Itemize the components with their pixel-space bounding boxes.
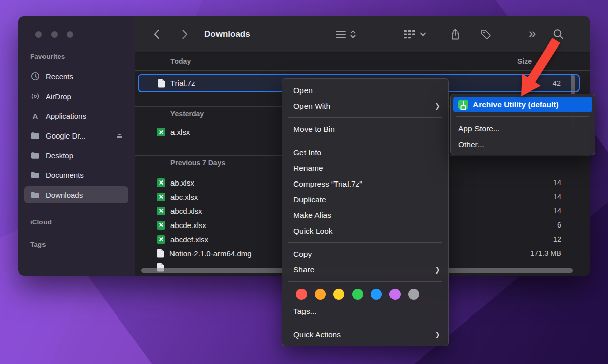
menu-item-quick-actions[interactable]: Quick Actions ❯	[282, 327, 448, 342]
minimize-button[interactable]	[51, 31, 58, 38]
eject-icon[interactable]: ⏏	[117, 132, 125, 139]
airdrop-icon	[30, 92, 40, 101]
sidebar-item-label: Applications	[46, 112, 86, 120]
sidebar-item-google-drive[interactable]: Google Dr... ⏏	[24, 127, 128, 144]
sidebar-item-label: Documents	[46, 171, 84, 179]
list-header: Today Size	[135, 53, 590, 71]
context-menu: Open Open With ❯ Move to Bin Get Info Re…	[282, 78, 449, 346]
archive-file-icon	[158, 79, 165, 88]
sidebar-section-icloud: iCloud	[24, 218, 128, 226]
menu-separator	[288, 117, 442, 118]
chevron-down-icon[interactable]	[420, 32, 426, 36]
excel-file-icon	[157, 178, 165, 187]
toolbar: Downloads »	[135, 16, 590, 53]
tag-purple[interactable]	[389, 289, 401, 300]
sidebar-item-desktop[interactable]: Desktop	[24, 147, 128, 164]
file-size: 12	[553, 235, 561, 243]
toolbar-more-icon[interactable]: »	[529, 27, 536, 42]
excel-file-icon	[157, 193, 165, 201]
file-size: 14	[553, 178, 561, 187]
tag-blue[interactable]	[371, 289, 382, 300]
menu-separator	[288, 281, 442, 282]
file-size: 42	[553, 79, 561, 87]
view-sort-chevrons-icon[interactable]	[350, 29, 356, 39]
sidebar-section-favourites: Favourites	[24, 53, 128, 61]
sidebar-item-downloads[interactable]: Downloads	[24, 186, 128, 203]
menu-item-tags[interactable]: Tags...	[282, 303, 448, 319]
tag-gray[interactable]	[408, 289, 419, 300]
folder-icon	[30, 152, 40, 159]
sidebar-item-airdrop[interactable]: AirDrop	[24, 87, 128, 105]
sidebar-item-documents[interactable]: Documents	[24, 166, 128, 184]
submenu-chevron-icon: ❯	[435, 102, 440, 110]
menu-separator	[288, 141, 442, 141]
dmg-file-icon	[157, 249, 164, 258]
clock-icon	[30, 72, 40, 81]
excel-file-icon	[157, 207, 165, 215]
file-size: 14	[553, 207, 561, 215]
menu-item-open[interactable]: Open	[282, 82, 448, 98]
menu-item-duplicate[interactable]: Duplicate	[282, 192, 448, 207]
menu-item-rename[interactable]: Rename	[282, 160, 448, 176]
menu-item-copy[interactable]: Copy	[282, 246, 448, 262]
zoom-button[interactable]	[67, 31, 73, 38]
excel-file-icon	[157, 221, 165, 230]
traffic-lights	[35, 31, 73, 38]
sidebar-section-tags: Tags	[24, 241, 128, 249]
applications-icon: A	[30, 112, 40, 120]
excel-file-icon	[157, 128, 165, 136]
menu-item-move-to-bin[interactable]: Move to Bin	[282, 121, 448, 137]
tag-red[interactable]	[296, 289, 307, 300]
group-by-icon[interactable]	[403, 29, 416, 39]
tag-orange[interactable]	[315, 289, 326, 300]
sidebar-item-label: Desktop	[46, 151, 73, 160]
sidebar-item-label: Downloads	[46, 191, 83, 199]
window-title: Downloads	[204, 29, 250, 39]
folder-icon	[30, 191, 40, 198]
close-button[interactable]	[35, 31, 42, 38]
file-size: 6	[557, 221, 561, 229]
submenu-chevron-icon: ❯	[435, 266, 440, 274]
size-column-header[interactable]: Size	[517, 57, 532, 65]
list-view-icon[interactable]	[335, 30, 346, 39]
submenu-chevron-icon: ❯	[435, 331, 440, 338]
excel-file-icon	[157, 235, 165, 244]
tag-color-row	[282, 285, 448, 303]
menu-item-compress[interactable]: Compress “Trial.7z”	[282, 176, 448, 192]
menu-item-get-info[interactable]: Get Info	[282, 145, 448, 160]
sidebar-item-label: Recents	[46, 72, 73, 81]
tag-green[interactable]	[352, 289, 363, 300]
tag-icon[interactable]	[480, 29, 491, 40]
open-with-submenu: Archive Utility (default) App Store... O…	[450, 94, 595, 155]
search-icon[interactable]	[553, 28, 564, 40]
sidebar-item-label: AirDrop	[46, 92, 71, 101]
share-icon[interactable]	[450, 28, 460, 40]
submenu-item-archive-utility[interactable]: Archive Utility (default)	[453, 97, 592, 112]
menu-item-quick-look[interactable]: Quick Look	[282, 223, 448, 239]
menu-item-make-alias[interactable]: Make Alias	[282, 207, 448, 223]
menu-item-share[interactable]: Share ❯	[282, 262, 448, 278]
folder-icon	[30, 171, 40, 178]
archive-utility-icon	[458, 100, 468, 110]
sidebar-item-applications[interactable]: A Applications	[24, 107, 128, 124]
submenu-item-app-store[interactable]: App Store...	[453, 121, 592, 136]
sidebar: Favourites Recents AirDrop A Application…	[18, 16, 135, 276]
file-size: 171.3 MB	[530, 249, 561, 257]
sidebar-item-label: Google Dr...	[46, 131, 86, 140]
back-button[interactable]	[153, 29, 160, 39]
menu-separator	[288, 242, 442, 243]
folder-icon	[30, 132, 40, 139]
file-size: 14	[553, 193, 561, 201]
tag-yellow[interactable]	[333, 289, 344, 300]
menu-separator	[288, 323, 442, 323]
sidebar-item-recents[interactable]: Recents	[24, 68, 128, 85]
submenu-item-other[interactable]: Other...	[453, 136, 592, 152]
menu-item-open-with[interactable]: Open With ❯	[282, 98, 448, 114]
group-header-today: Today	[170, 57, 191, 65]
menu-separator	[456, 116, 589, 117]
forward-button[interactable]	[182, 29, 188, 39]
